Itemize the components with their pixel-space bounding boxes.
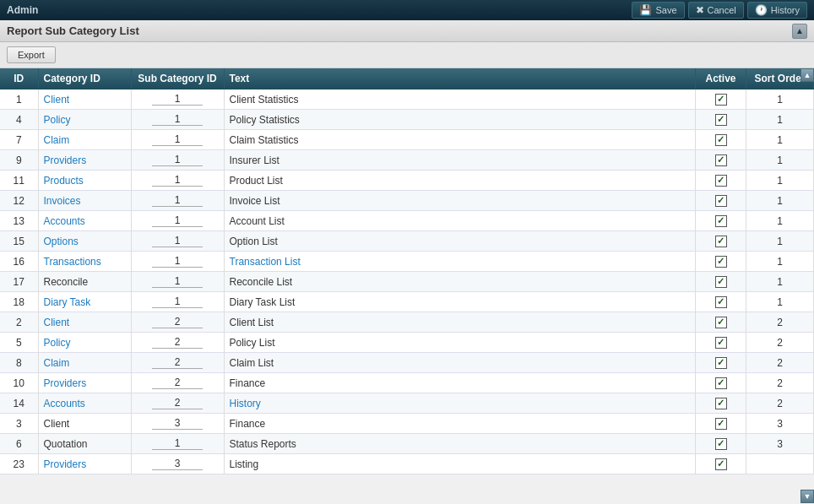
category-link[interactable]: Accounts — [44, 398, 85, 409]
active-checkbox[interactable] — [715, 438, 727, 450]
cell-active[interactable] — [696, 171, 746, 191]
active-checkbox[interactable] — [715, 458, 727, 470]
cell-active[interactable] — [696, 272, 746, 292]
cell-active[interactable] — [696, 211, 746, 231]
cell-active[interactable] — [696, 191, 746, 211]
cell-text[interactable]: Transaction List — [224, 252, 696, 272]
active-checkbox[interactable] — [715, 154, 727, 166]
cell-active[interactable] — [696, 414, 746, 434]
active-checkbox[interactable] — [715, 215, 727, 227]
category-link[interactable]: Transactions — [44, 256, 101, 268]
subcategory-input[interactable] — [152, 397, 203, 409]
active-checkbox[interactable] — [715, 175, 727, 187]
cell-subcategory[interactable] — [131, 454, 224, 474]
active-checkbox[interactable] — [715, 114, 727, 126]
active-checkbox[interactable] — [715, 296, 727, 308]
cell-subcategory[interactable] — [131, 414, 224, 434]
active-checkbox[interactable] — [715, 256, 727, 268]
cell-active[interactable] — [696, 110, 746, 130]
subcategory-input[interactable] — [152, 154, 203, 166]
table-scroll[interactable]: ID Category ID Sub Category ID Text Acti… — [0, 68, 814, 503]
cell-subcategory[interactable] — [131, 89, 224, 110]
cell-category[interactable]: Invoices — [38, 191, 131, 211]
active-checkbox[interactable] — [715, 195, 727, 207]
category-link[interactable]: Invoices — [44, 195, 81, 207]
category-link[interactable]: Client — [44, 317, 70, 328]
scroll-down-arrow[interactable]: ▼ — [800, 490, 814, 503]
cell-subcategory[interactable] — [131, 373, 224, 393]
text-link[interactable]: Transaction List — [230, 256, 301, 268]
cell-subcategory[interactable] — [131, 272, 224, 292]
active-checkbox[interactable] — [715, 236, 727, 247]
category-link[interactable]: Diary Task — [44, 296, 91, 308]
category-link[interactable]: Client — [44, 94, 70, 106]
cell-category[interactable]: Transactions — [38, 252, 131, 272]
collapse-button[interactable]: ▲ — [792, 24, 807, 39]
subcategory-input[interactable] — [152, 133, 203, 146]
cell-category[interactable]: Providers — [38, 454, 131, 474]
cell-subcategory[interactable] — [131, 353, 224, 373]
active-checkbox[interactable] — [715, 276, 727, 288]
cell-category[interactable]: Products — [38, 171, 131, 191]
cell-category[interactable]: Providers — [38, 373, 131, 393]
subcategory-input[interactable] — [152, 214, 203, 227]
cell-category[interactable]: Providers — [38, 150, 131, 171]
subcategory-input[interactable] — [152, 275, 203, 288]
cell-subcategory[interactable] — [131, 231, 224, 252]
category-link[interactable]: Providers — [44, 154, 87, 166]
cell-subcategory[interactable] — [131, 130, 224, 150]
text-link[interactable]: History — [230, 398, 261, 409]
subcategory-input[interactable] — [152, 295, 203, 308]
category-link[interactable]: Claim — [44, 134, 70, 146]
cell-active[interactable] — [696, 434, 746, 454]
category-link[interactable]: Options — [44, 236, 79, 247]
subcategory-input[interactable] — [152, 93, 203, 106]
cell-text[interactable]: History — [224, 393, 696, 414]
cell-subcategory[interactable] — [131, 191, 224, 211]
cell-active[interactable] — [696, 373, 746, 393]
cell-subcategory[interactable] — [131, 171, 224, 191]
history-button[interactable]: 🕐 History — [747, 2, 807, 19]
cancel-button[interactable]: ✖ Cancel — [688, 2, 744, 19]
subcategory-input[interactable] — [152, 174, 203, 187]
subcategory-input[interactable] — [152, 235, 203, 247]
category-link[interactable]: Accounts — [44, 215, 85, 227]
active-checkbox[interactable] — [715, 337, 727, 349]
cell-subcategory[interactable] — [131, 252, 224, 272]
active-checkbox[interactable] — [715, 398, 727, 409]
active-checkbox[interactable] — [715, 418, 727, 430]
cell-active[interactable] — [696, 333, 746, 353]
cell-category[interactable]: Policy — [38, 110, 131, 130]
cell-subcategory[interactable] — [131, 333, 224, 353]
subcategory-input[interactable] — [152, 356, 203, 369]
active-checkbox[interactable] — [715, 94, 727, 106]
cell-category[interactable]: Accounts — [38, 393, 131, 414]
cell-active[interactable] — [696, 454, 746, 474]
category-link[interactable]: Policy — [44, 114, 71, 126]
active-checkbox[interactable] — [715, 134, 727, 146]
cell-category[interactable]: Claim — [38, 353, 131, 373]
cell-subcategory[interactable] — [131, 292, 224, 312]
subcategory-input[interactable] — [152, 113, 203, 126]
subcategory-input[interactable] — [152, 316, 203, 328]
subcategory-input[interactable] — [152, 194, 203, 207]
cell-subcategory[interactable] — [131, 211, 224, 231]
cell-category[interactable]: Client — [38, 312, 131, 333]
cell-category[interactable]: Policy — [38, 333, 131, 353]
cell-category[interactable]: Diary Task — [38, 292, 131, 312]
cell-subcategory[interactable] — [131, 110, 224, 130]
cell-active[interactable] — [696, 353, 746, 373]
save-button[interactable]: 💾 Save — [632, 2, 684, 19]
cell-active[interactable] — [696, 252, 746, 272]
cell-category[interactable]: Options — [38, 231, 131, 252]
active-checkbox[interactable] — [715, 357, 727, 369]
cell-category[interactable]: Accounts — [38, 211, 131, 231]
cell-subcategory[interactable] — [131, 393, 224, 414]
subcategory-input[interactable] — [152, 336, 203, 349]
subcategory-input[interactable] — [152, 458, 203, 470]
cell-category[interactable]: Claim — [38, 130, 131, 150]
scroll-up-arrow[interactable]: ▲ — [800, 68, 814, 82]
category-link[interactable]: Claim — [44, 357, 70, 369]
cell-active[interactable] — [696, 130, 746, 150]
subcategory-input[interactable] — [152, 417, 203, 430]
